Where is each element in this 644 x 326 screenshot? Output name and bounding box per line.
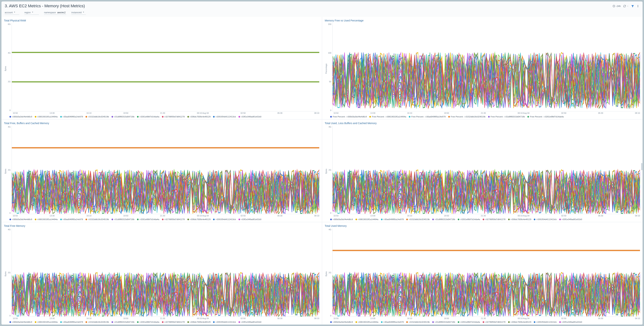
legend-item[interactable]: i-00ad049f85a14e978 [60, 116, 83, 118]
legend-item[interactable]: i-000d3a3dcf4e4d6c9 [10, 218, 32, 220]
legend-item[interactable]: i-0152ddb18c024519b [86, 321, 109, 323]
legend-item[interactable]: Free Percent - i-0152ddb18c024519b [448, 116, 486, 118]
legend-item[interactable]: i-0152ddb18c024519b [406, 218, 430, 220]
legend-item[interactable]: Free Percent - i-0261e6fbf7d14da4a [528, 116, 564, 118]
legend-swatch [356, 321, 357, 323]
legend-item[interactable]: i-01d8f80315d04718b [432, 321, 455, 323]
legend-item[interactable]: i-00ad049f85a14e978 [60, 218, 83, 220]
legend-item[interactable]: i-0261e6fbf7d14da4a [137, 218, 159, 220]
legend-item[interactable]: i-0152ddb18c024519b [406, 321, 430, 323]
timerange-picker[interactable]: -24h [612, 5, 621, 7]
legend-label: i-00619010f1a14494a [37, 321, 58, 323]
panel-title: Total Free Memory [4, 224, 319, 227]
legend-item[interactable]: Free Percent - i-00619010f1a14494a [369, 116, 406, 118]
legend-item[interactable]: Free Percent - i-000d3a3dcf4e4d6c9 [330, 116, 367, 118]
filter-account[interactable]: account* [5, 11, 19, 15]
legend-item[interactable]: i-0391f54d4112413cb [213, 218, 236, 220]
legend-item[interactable]: i-0391f54d4112413cb [213, 321, 236, 323]
legend-item[interactable]: i-01d8f80315d04718b [112, 218, 134, 220]
legend-item[interactable]: i-02786f59d7d841278 [162, 218, 185, 220]
legend-item[interactable]: i-01d8f80315d04718b [112, 116, 134, 118]
legend-label: i-036dc7009c4e48129 [190, 116, 211, 118]
legend-item[interactable]: i-03f1e349ad81e01b0 [238, 218, 262, 220]
legend-item[interactable]: i-00ad049f85a14e978 [60, 321, 83, 323]
legend-item[interactable]: i-00619010f1a14494a [356, 218, 378, 220]
legend-item[interactable]: i-02786f59d7d841278 [162, 116, 185, 118]
legend-item[interactable]: i-036dc7009c4e48129 [508, 321, 532, 323]
legend-item[interactable]: i-000d3a3dcf4e4d6c9 [330, 321, 353, 323]
chart-area: Bytes4G2G010:5013:3016:1018:5021:3000:10… [325, 126, 640, 217]
legend-label: i-000d3a3dcf4e4d6c9 [12, 218, 32, 220]
panel-total-used-memory: Total Used MemoryBytes4G2G010:5013:3016:… [322, 222, 642, 325]
legend-item[interactable]: i-01d8f80315d04718b [432, 218, 455, 220]
panel-total-free-memory: Total Free MemoryBytes4G2G010:5013:3016:… [2, 222, 322, 325]
legend-item[interactable]: i-01d8f80315d04718b [112, 321, 134, 323]
legend-item[interactable]: i-00619010f1a14494a [356, 321, 378, 323]
legend-swatch [381, 321, 382, 323]
legend-item[interactable]: i-03f1e349ad81e01b0 [559, 321, 582, 323]
chart-area: Bytes4G2G010:5013:3016:1018:5021:3000:10… [4, 126, 319, 217]
legend-item[interactable]: i-000d3a3dcf4e4d6c9 [10, 321, 32, 323]
legend-swatch [162, 321, 164, 323]
filter-value: * [83, 11, 84, 14]
legend-item[interactable]: Free Percent - i-00ad049f85a14e978 [409, 116, 446, 118]
legend-item[interactable]: i-0261e6fbf7d14da4a [137, 116, 159, 118]
legend-item[interactable]: i-0261e6fbf7d14da4a [458, 321, 480, 323]
chart-plot[interactable] [12, 126, 319, 214]
legend-item[interactable]: i-0391f54d4112413cb [534, 218, 556, 220]
legend-swatch [60, 219, 62, 220]
legend-item[interactable]: i-0261e6fbf7d14da4a [137, 321, 159, 323]
legend-item[interactable]: i-00619010f1a14494a [35, 116, 58, 118]
legend-item[interactable]: i-0391f54d4112413cb [534, 321, 556, 323]
legend-swatch [213, 219, 215, 220]
legend-label: i-02786f59d7d841278 [164, 218, 185, 220]
legend-item[interactable]: i-00619010f1a14494a [35, 321, 58, 323]
panel-mem-free-vs-used-pct: Memory Free vs Used PercentagePercentage… [322, 17, 642, 119]
legend-swatch [137, 219, 138, 220]
legend-item[interactable]: i-036dc7009c4e48129 [508, 218, 532, 220]
chart-plot[interactable] [332, 126, 640, 214]
legend-item[interactable]: Free Percent - i-01d8f80315d04718b [488, 116, 525, 118]
x-ticks: 10:5013:3016:1018:5021:3000:10 Aug 0402:… [328, 214, 640, 217]
filter-namespace[interactable]: namespaceaws/ec2 [44, 11, 66, 15]
legend-swatch [528, 116, 529, 118]
legend-label: Free Percent - i-00619010f1a14494a [372, 116, 406, 118]
legend-item[interactable]: i-03f1e349ad81e01b0 [238, 116, 262, 118]
x-ticks: 10:5013:3016:1018:5021:3000:10 Aug 0402:… [7, 111, 319, 114]
legend-item[interactable]: i-02786f59d7d841278 [483, 218, 506, 220]
legend-item[interactable]: i-02786f59d7d841278 [483, 321, 506, 323]
filter-bar: account*region*namespaceaws/ec2instancei… [2, 9, 642, 17]
scrollbar-thumb[interactable] [641, 163, 642, 170]
legend-item[interactable]: i-000d3a3dcf4e4d6c9 [10, 116, 32, 118]
legend-item[interactable]: i-02786f59d7d841278 [162, 321, 185, 323]
chart-plot[interactable] [12, 23, 319, 111]
legend-item[interactable]: i-00ad049f85a14e978 [381, 321, 404, 323]
legend: Free Percent - i-000d3a3dcf4e4d6c9Free P… [325, 114, 640, 118]
chart-plot[interactable] [12, 228, 319, 317]
legend-item[interactable]: i-000d3a3dcf4e4d6c9 [330, 218, 353, 220]
legend-item[interactable]: i-03f1e349ad81e01b0 [559, 218, 582, 220]
legend-item[interactable]: i-03f1e349ad81e01b0 [238, 321, 262, 323]
chart-plot[interactable] [332, 23, 640, 111]
filter-region[interactable]: region* [24, 11, 39, 15]
legend-item[interactable]: i-036dc7009c4e48129 [188, 321, 211, 323]
legend-item[interactable]: i-0391f54d4112413cb [213, 116, 236, 118]
legend: i-000d3a3dcf4e4d6c9i-00619010f1a14494ai-… [4, 114, 319, 118]
chart-plot[interactable] [332, 228, 640, 317]
legend-item[interactable]: i-00619010f1a14494a [35, 218, 58, 220]
timerange-label: -24h [616, 5, 621, 7]
legend-item[interactable]: i-00ad049f85a14e978 [381, 218, 404, 220]
legend-item[interactable]: i-0152ddb18c024519b [86, 218, 109, 220]
dashboard-frame: 3. AWS EC2 Metrics - Memory (Host Metric… [2, 1, 642, 325]
legend-swatch [10, 321, 11, 323]
legend-item[interactable]: i-0261e6fbf7d14da4a [458, 218, 480, 220]
legend-label: i-00ad049f85a14e978 [63, 116, 83, 118]
filter-button[interactable] [631, 5, 634, 7]
more-button[interactable] [636, 5, 639, 7]
legend-item[interactable]: i-036dc7009c4e48129 [188, 116, 211, 118]
y-ticks: 4G2G0 [7, 126, 12, 214]
refresh-button[interactable] [623, 5, 629, 7]
legend-item[interactable]: i-036dc7009c4e48129 [188, 218, 211, 220]
legend-item[interactable]: i-0152ddb18c024519b [86, 116, 109, 118]
filter-instanceid[interactable]: instanceid* [71, 11, 86, 15]
